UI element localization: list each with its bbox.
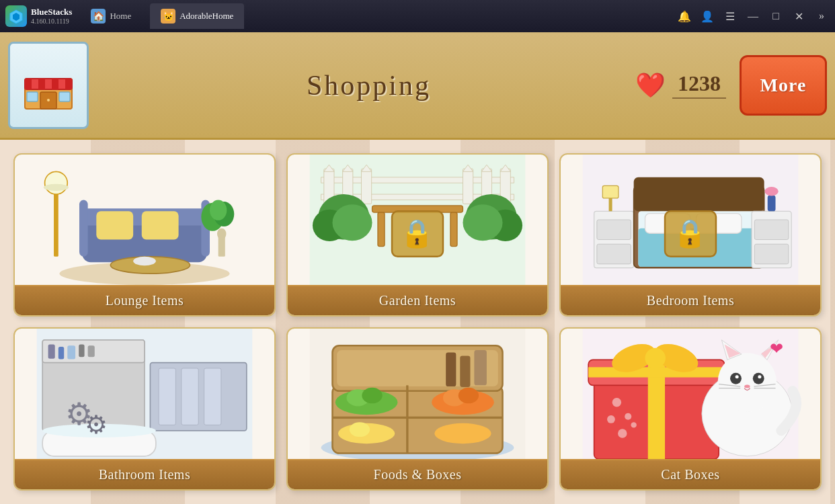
svg-point-133 xyxy=(744,385,750,388)
category-bathroom[interactable]: ⚙ ⚙ Bathroom Items xyxy=(13,327,276,491)
bluestacks-text: BlueStacks 4.160.10.1119 xyxy=(31,7,72,26)
svg-point-129 xyxy=(730,373,742,384)
tab-adorablehome-label: AdorableHome xyxy=(180,11,233,22)
svg-point-130 xyxy=(753,373,764,384)
svg-rect-18 xyxy=(79,200,88,256)
svg-point-118 xyxy=(625,413,631,420)
svg-rect-11 xyxy=(59,92,70,101)
svg-point-132 xyxy=(758,375,761,378)
svg-point-71 xyxy=(764,187,778,196)
menu-icon[interactable]: ☰ xyxy=(722,10,738,23)
tab-adorablehome[interactable]: 🐱 AdorableHome xyxy=(150,3,244,29)
svg-rect-4 xyxy=(25,79,32,89)
svg-rect-95 xyxy=(332,417,502,419)
lounge-label: Lounge Items xyxy=(15,285,274,315)
svg-point-131 xyxy=(735,375,739,378)
svg-rect-69 xyxy=(754,244,789,264)
svg-text:🔒: 🔒 xyxy=(401,217,435,250)
svg-point-120 xyxy=(618,429,627,437)
hearts-count: 1238 xyxy=(672,71,726,99)
svg-rect-7 xyxy=(65,79,72,89)
title-bar: BlueStacks 4.160.10.1119 🏠 Home 🐱 Adorab… xyxy=(0,0,835,32)
home-tab-icon: 🏠 xyxy=(91,9,106,24)
bathroom-label: Bathroom Items xyxy=(15,459,274,489)
tab-home-label: Home xyxy=(110,11,131,22)
svg-point-116 xyxy=(645,348,666,368)
svg-rect-57 xyxy=(597,220,631,240)
svg-rect-85 xyxy=(204,368,221,425)
category-lounge[interactable]: Lounge Items xyxy=(13,153,276,317)
svg-rect-62 xyxy=(634,177,764,212)
bell-icon[interactable]: 🔔 xyxy=(676,10,692,23)
svg-point-102 xyxy=(459,388,479,404)
svg-rect-77 xyxy=(48,345,55,359)
svg-rect-81 xyxy=(88,345,95,357)
foods-label: Foods & Boxes xyxy=(288,459,547,489)
svg-point-121 xyxy=(631,422,636,427)
shopping-title: Shopping xyxy=(102,69,635,101)
category-garden[interactable]: 🔒 Garden Items xyxy=(286,153,549,317)
category-bedroom[interactable]: 🔒 Bedroom Items xyxy=(559,153,822,317)
svg-text:🔒: 🔒 xyxy=(674,217,708,250)
svg-rect-107 xyxy=(460,355,470,386)
catboxes-label: Cat Boxes xyxy=(561,459,820,489)
minimize-button[interactable]: — xyxy=(745,10,761,22)
svg-rect-113 xyxy=(588,367,724,377)
bathroom-image: ⚙ ⚙ xyxy=(15,329,274,459)
close-button[interactable]: ✕ xyxy=(791,10,807,23)
svg-point-52 xyxy=(463,204,502,241)
lounge-image xyxy=(15,155,274,285)
svg-point-104 xyxy=(350,422,370,437)
svg-rect-6 xyxy=(52,79,58,89)
svg-point-117 xyxy=(612,398,621,407)
svg-rect-38 xyxy=(463,169,473,204)
heart-icon: ❤️ xyxy=(635,71,666,99)
category-catboxes[interactable]: ❤ Cat Boxes xyxy=(559,327,822,491)
svg-rect-3 xyxy=(25,79,72,89)
maximize-button[interactable]: □ xyxy=(768,10,784,22)
hearts-container: ❤️ 1238 xyxy=(635,71,726,99)
garden-label: Garden Items xyxy=(288,285,547,315)
svg-rect-36 xyxy=(361,169,371,204)
svg-rect-21 xyxy=(142,211,179,239)
svg-rect-80 xyxy=(79,345,84,358)
svg-point-119 xyxy=(607,415,615,423)
profile-icon[interactable]: 👤 xyxy=(699,10,715,23)
svg-point-124 xyxy=(717,353,777,412)
bluestacks-icon xyxy=(5,5,27,27)
svg-text:⚙: ⚙ xyxy=(85,411,108,439)
svg-point-23 xyxy=(217,228,226,240)
bedroom-image: 🔒 xyxy=(561,155,820,285)
svg-rect-68 xyxy=(754,220,789,240)
svg-rect-13 xyxy=(54,189,58,257)
svg-rect-83 xyxy=(159,368,175,425)
more-windows-button[interactable]: » xyxy=(813,10,830,22)
tab-home[interactable]: 🏠 Home xyxy=(80,3,142,29)
svg-rect-20 xyxy=(96,211,133,239)
more-button[interactable]: More xyxy=(740,55,827,116)
bluestacks-logo: BlueStacks 4.160.10.1119 xyxy=(5,5,72,27)
svg-rect-79 xyxy=(67,345,75,359)
shop-icon xyxy=(8,42,89,129)
svg-rect-78 xyxy=(58,347,64,360)
svg-rect-94 xyxy=(337,350,498,386)
svg-point-105 xyxy=(434,423,491,444)
garden-image: 🔒 xyxy=(288,155,547,285)
svg-rect-84 xyxy=(182,368,198,425)
svg-rect-46 xyxy=(450,212,457,247)
svg-point-99 xyxy=(362,388,382,404)
category-foods[interactable]: Foods & Boxes xyxy=(286,327,549,491)
game-tab-icon: 🐱 xyxy=(161,9,175,24)
svg-point-49 xyxy=(332,204,372,241)
game-content: Lounge Items xyxy=(0,140,835,504)
svg-rect-5 xyxy=(38,79,45,89)
svg-point-15 xyxy=(44,184,69,191)
catboxes-image: ❤ xyxy=(561,329,820,459)
bedroom-label: Bedroom Items xyxy=(561,285,820,315)
svg-rect-58 xyxy=(597,244,631,264)
svg-rect-108 xyxy=(474,350,487,385)
title-bar-actions: 🔔 👤 ☰ — □ ✕ » xyxy=(676,10,830,23)
svg-text:❤: ❤ xyxy=(770,340,783,358)
svg-point-28 xyxy=(133,257,156,265)
svg-rect-106 xyxy=(446,352,456,386)
